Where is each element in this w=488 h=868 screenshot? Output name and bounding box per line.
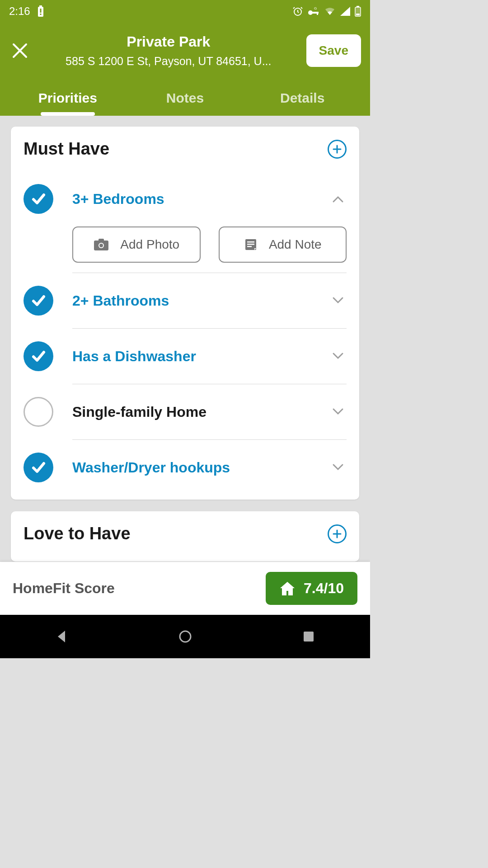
tab-notes[interactable]: Notes [127,88,244,116]
priority-label: Washer/Dryer hookups [72,459,230,476]
svg-rect-10 [357,6,359,7]
svg-point-15 [99,244,103,247]
svg-point-5 [308,10,313,15]
priority-item[interactable]: 3+ Bedrooms [23,171,347,226]
priority-item[interactable]: Single-family Home [23,384,347,439]
chevron-up-icon[interactable] [329,190,347,208]
signal-icon [340,7,350,16]
priority-item[interactable]: Washer/Dryer hookups [23,440,347,495]
checkbox-checked-icon[interactable] [23,341,53,371]
tabs: Priorities Notes Details [9,88,361,116]
add-note-label: Add Note [269,237,322,252]
add-note-button[interactable]: Add Note [219,226,347,263]
alarm-icon [292,6,303,17]
svg-rect-13 [99,239,104,241]
svg-rect-11 [356,14,360,15]
checkbox-checked-icon[interactable] [23,286,53,316]
priority-label: 2+ Bathrooms [72,292,169,309]
content-area: Must Have 3+ Bedrooms Add Photo [0,116,370,562]
svg-rect-19 [247,246,252,247]
svg-rect-7 [317,12,318,15]
nav-home-button[interactable] [174,626,196,647]
item-actions: Add Photo Add Note [72,226,347,263]
section-must-have: Must Have 3+ Bedrooms Add Photo [11,127,359,500]
svg-rect-2 [40,9,41,13]
score-label: HomeFit Score [13,580,115,597]
system-nav-bar [0,615,370,658]
score-pill[interactable]: 7.4/10 [266,572,357,605]
svg-rect-18 [247,244,254,245]
svg-rect-17 [247,241,254,243]
status-bar: 2:16 G [0,0,370,23]
wifi-icon [324,7,336,16]
battery-icon [355,6,361,17]
nav-back-button[interactable] [51,626,73,647]
battery-alert-icon [37,5,45,17]
tab-priorities[interactable]: Priorities [9,88,127,116]
vpn-key-icon: G [308,7,319,16]
svg-rect-21 [304,632,314,642]
chevron-down-icon[interactable] [329,292,347,309]
note-icon [244,237,258,252]
page-title: Private Park [38,33,299,50]
checkbox-checked-icon[interactable] [23,184,53,214]
checkbox-unchecked-icon[interactable] [23,397,53,427]
score-bar: HomeFit Score 7.4/10 [0,562,370,615]
priority-label: 3+ Bedrooms [72,191,164,208]
add-photo-label: Add Photo [120,237,179,252]
house-icon [279,581,296,596]
svg-text:G: G [314,7,317,10]
status-time: 2:16 [9,5,30,18]
svg-point-20 [180,631,191,642]
save-button[interactable]: Save [306,34,361,67]
add-priority-button[interactable] [328,524,347,543]
svg-rect-3 [40,14,41,15]
section-title: Love to Have [23,524,131,543]
priority-label: Single-family Home [72,404,206,420]
status-right: G [292,6,361,17]
svg-rect-1 [39,5,42,7]
priority-label: Has a Dishwasher [72,348,196,365]
checkbox-checked-icon[interactable] [23,453,53,482]
status-left: 2:16 [9,5,45,18]
nav-recents-button[interactable] [298,626,319,647]
add-photo-button[interactable]: Add Photo [72,226,201,263]
close-button[interactable] [9,40,31,61]
chevron-down-icon[interactable] [329,403,347,420]
tab-details[interactable]: Details [244,88,361,116]
score-value: 7.4/10 [304,580,344,597]
add-priority-button[interactable] [328,140,347,159]
priority-item[interactable]: Has a Dishwasher [23,329,347,384]
camera-icon [93,238,109,251]
priority-item[interactable]: 2+ Bathrooms [23,273,347,328]
section-title: Must Have [23,139,109,159]
app-header: Private Park 585 S 1200 E St, Payson, UT… [0,23,370,116]
chevron-down-icon[interactable] [329,348,347,365]
page-subtitle: 585 S 1200 E St, Payson, UT 84651, U... [38,55,299,68]
chevron-down-icon[interactable] [329,459,347,476]
section-love-to-have: Love to Have [11,511,359,561]
